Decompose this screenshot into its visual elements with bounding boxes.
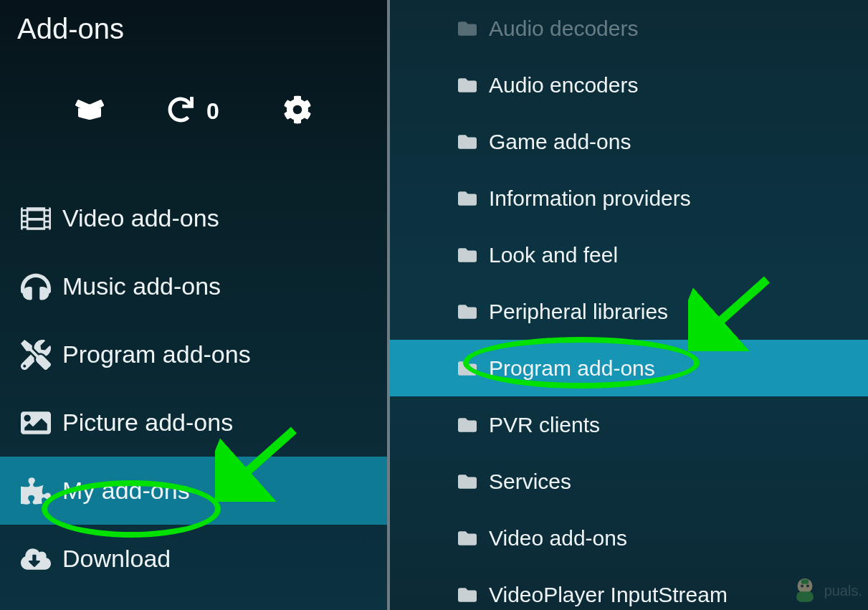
main-item-label: Peripheral libraries bbox=[489, 300, 668, 324]
main-item-audio-decoders[interactable]: Audio decoders bbox=[390, 0, 868, 57]
sidebar-item-label: Video add-ons bbox=[62, 204, 219, 232]
main-item-video-addons[interactable]: Video add-ons bbox=[390, 510, 868, 566]
main-item-label: PVR clients bbox=[489, 413, 600, 437]
main-item-label: Services bbox=[489, 470, 571, 494]
folder-icon bbox=[446, 246, 489, 265]
headphones-icon bbox=[9, 272, 62, 302]
svg-point-8 bbox=[806, 584, 809, 587]
main-item-game-addons[interactable]: Game add-ons bbox=[390, 113, 868, 170]
box-open-icon bbox=[75, 95, 104, 127]
refresh-button[interactable]: 0 bbox=[168, 97, 219, 125]
cloud-download-icon bbox=[9, 544, 62, 574]
watermark-text: puals. bbox=[824, 583, 862, 599]
sidebar-toolbar: 0 bbox=[0, 45, 387, 156]
main-item-label: Information providers bbox=[489, 186, 691, 211]
folder-icon bbox=[446, 359, 489, 378]
main-item-label: Audio decoders bbox=[489, 16, 638, 41]
main-item-look-and-feel[interactable]: Look and feel bbox=[390, 227, 868, 283]
sidebar-list: Video add-ons Music add-ons Program add-… bbox=[0, 184, 387, 593]
watermark: puals. bbox=[790, 576, 862, 606]
folder-icon bbox=[446, 19, 489, 38]
sidebar-item-program-addons[interactable]: Program add-ons bbox=[0, 320, 387, 389]
sidebar-item-my-addons[interactable]: My add-ons bbox=[0, 457, 387, 525]
puzzle-icon bbox=[9, 476, 62, 506]
folder-icon bbox=[446, 472, 489, 491]
tools-icon bbox=[9, 340, 62, 370]
svg-rect-6 bbox=[801, 579, 809, 584]
picture-icon bbox=[9, 408, 62, 438]
watermark-logo-icon bbox=[790, 576, 820, 606]
main-item-peripheral-libraries[interactable]: Peripheral libraries bbox=[390, 283, 868, 340]
main-item-program-addons[interactable]: Program add-ons bbox=[390, 340, 868, 396]
folder-icon bbox=[446, 189, 489, 208]
folder-icon bbox=[446, 76, 489, 95]
main-item-services[interactable]: Services bbox=[390, 453, 868, 510]
main-item-label: Game add-ons bbox=[489, 130, 631, 154]
box-button[interactable] bbox=[75, 95, 104, 127]
main-item-pvr-clients[interactable]: PVR clients bbox=[390, 396, 868, 453]
main-item-label: Program add-ons bbox=[489, 356, 655, 381]
svg-rect-5 bbox=[796, 591, 814, 601]
folder-icon bbox=[446, 133, 489, 151]
settings-button[interactable] bbox=[283, 95, 312, 127]
svg-point-7 bbox=[801, 584, 803, 587]
sidebar-item-label: Music add-ons bbox=[62, 272, 221, 300]
sidebar-item-label: Picture add-ons bbox=[62, 409, 233, 437]
folder-icon bbox=[446, 586, 489, 604]
gear-icon bbox=[283, 95, 312, 127]
sidebar-item-label: My add-ons bbox=[62, 477, 190, 505]
film-icon bbox=[9, 204, 62, 234]
sidebar-item-video-addons[interactable]: Video add-ons bbox=[0, 184, 387, 252]
main-item-label: Video add-ons bbox=[489, 526, 627, 551]
folder-icon bbox=[446, 529, 489, 548]
main-item-label: Look and feel bbox=[489, 243, 618, 267]
folder-icon bbox=[446, 302, 489, 321]
folder-icon bbox=[446, 416, 489, 434]
sidebar-item-picture-addons[interactable]: Picture add-ons bbox=[0, 389, 387, 457]
sidebar-item-music-addons[interactable]: Music add-ons bbox=[0, 252, 387, 320]
main-item-information-providers[interactable]: Information providers bbox=[390, 170, 868, 227]
page-title: Add-ons bbox=[0, 0, 387, 45]
refresh-icon bbox=[168, 97, 194, 125]
main-item-label: Audio encoders bbox=[489, 73, 638, 97]
refresh-count: 0 bbox=[206, 98, 219, 125]
main-item-label: VideoPlayer InputStream bbox=[489, 583, 728, 607]
sidebar-item-label: Program add-ons bbox=[62, 340, 251, 368]
sidebar-item-label: Download bbox=[62, 545, 171, 573]
main-list: Audio decoders Audio encoders Game add-o… bbox=[390, 0, 868, 610]
sidebar: Add-ons 0 Video add-ons bbox=[0, 0, 387, 610]
main-item-audio-encoders[interactable]: Audio encoders bbox=[390, 57, 868, 113]
sidebar-item-download[interactable]: Download bbox=[0, 525, 387, 593]
